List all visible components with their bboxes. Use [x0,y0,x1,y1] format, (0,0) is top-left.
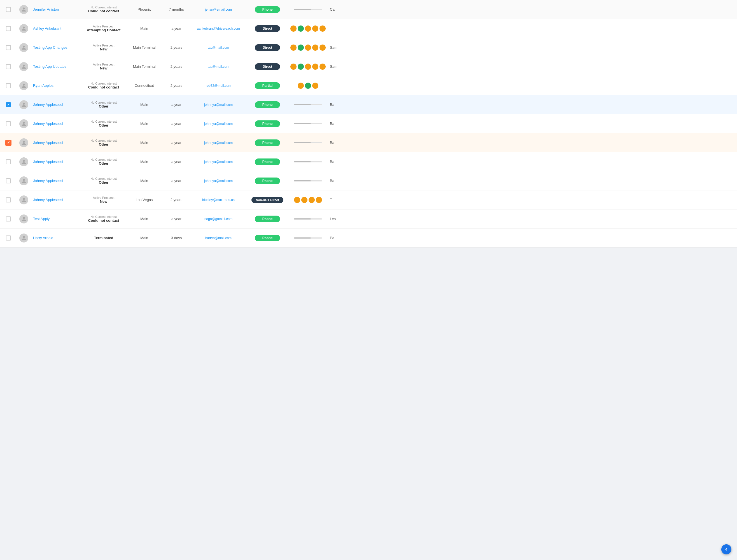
time-value: 2 years [171,64,183,69]
applicant-name[interactable]: Ashley Ankebrant [33,26,61,31]
row-checkbox[interactable] [6,121,11,126]
status-value: New [83,199,124,204]
applicant-name[interactable]: Testing App Changes [33,45,67,50]
applicants-table: Jennifer Aniston No Current Interest Cou… [0,0,737,248]
avatar-cell [17,234,31,242]
table-row[interactable]: Johnny Appleseed No Current Interest Oth… [0,152,737,171]
table-row[interactable]: Johnny Appleseed No Current Interest Oth… [0,95,737,114]
email-link[interactable]: johnnya@mail.com [204,122,233,126]
applicant-name[interactable]: Johnny Appleseed [33,160,63,164]
email-link[interactable]: johnnya@mail.com [204,141,233,145]
activity-dot [305,45,311,51]
activity-dot [290,25,297,32]
time-cell: 2 years [162,45,190,50]
extra-cell: Les [328,217,737,221]
email-link[interactable]: ldudley@maxtrans.us [202,198,235,202]
applicant-name[interactable]: Johnny Appleseed [33,179,63,183]
row-checkbox[interactable] [6,159,11,164]
row-checkbox[interactable] [6,178,11,183]
table-row[interactable]: Johnny Appleseed Active Prospect New Las… [0,190,737,209]
email-link[interactable]: harrya@mail.com [205,236,232,240]
table-row[interactable]: Ryan Apples No Current Interest Could no… [0,76,737,95]
avatar-cell [17,214,31,223]
applicant-name[interactable]: Test Apply [33,217,50,221]
avatar [19,195,28,204]
contact-badge: Phone [255,178,280,184]
extra-cell: Sam [328,45,737,50]
table-row[interactable]: Ashley Ankebrant Active Prospect Attempt… [0,19,737,38]
name-cell: Harry Arnold [31,236,81,240]
avatar [19,138,28,147]
applicant-name[interactable]: Ryan Apples [33,83,53,88]
email-link[interactable]: johnnya@mail.com [204,103,233,107]
table-row[interactable]: Testing App Updates Active Prospect New … [0,57,737,76]
name-cell: Johnny Appleseed [31,102,81,107]
email-link[interactable]: rob72@mail.com [206,84,231,88]
status-label: Active Prospect [83,25,124,28]
row-checkbox[interactable] [6,102,11,107]
time-cell: 2 years [162,198,190,202]
email-link[interactable]: tau@mail.com [208,65,229,69]
row-checkbox[interactable] [6,26,11,31]
checkbox-cell [0,102,17,107]
row-checkbox[interactable] [6,216,11,221]
dots-cell [288,64,328,70]
row-checkbox[interactable] [6,45,11,50]
terminal-value: Main [140,160,148,164]
contact-badge: Direct [255,63,280,70]
email-link[interactable]: jenan@email.com [205,8,232,11]
row-checkbox[interactable] [6,235,11,241]
applicant-name[interactable]: Johnny Appleseed [33,198,63,202]
terminal-cell: Main [126,217,162,221]
status-cell: No Current Interest Other [81,158,126,165]
dots-cell [288,45,328,51]
checkbox-cell [0,64,17,69]
table-row[interactable]: Testing App Changes Active Prospect New … [0,38,737,57]
activity-dot [312,45,318,51]
activity-dot [312,25,318,32]
status-value: Other [83,161,124,165]
activity-dot [312,64,318,70]
email-link[interactable]: johnnya@mail.com [204,179,233,183]
contact-type-cell: Phone [246,158,288,165]
applicant-name[interactable]: Johnny Appleseed [33,102,63,107]
table-row[interactable]: Johnny Appleseed No Current Interest Oth… [0,133,737,152]
activity-dot [319,45,326,51]
extra-value: T [330,198,332,202]
extra-cell: Car [328,7,737,11]
table-row[interactable]: Test Apply No Current Interest Could not… [0,209,737,228]
contact-type-cell: Direct [246,44,288,51]
applicant-name[interactable]: Jennifer Aniston [33,7,59,11]
applicant-name[interactable]: Testing App Updates [33,64,66,69]
table-row[interactable]: Johnny Appleseed No Current Interest Oth… [0,114,737,133]
avatar [19,214,28,223]
time-value: 2 years [171,198,183,202]
name-cell: Johnny Appleseed [31,198,81,202]
applicant-name[interactable]: Johnny Appleseed [33,141,63,145]
activity-dot [298,45,304,51]
row-checkbox[interactable] [6,197,11,202]
email-link[interactable]: tac@mail.com [208,46,229,50]
row-checkbox[interactable] [6,83,11,88]
name-cell: Johnny Appleseed [31,141,81,145]
status-cell: Active Prospect New [81,44,126,51]
applicant-name[interactable]: Harry Arnold [33,236,53,240]
dots-cell [288,180,328,181]
dots-cell [288,25,328,32]
row-checkbox[interactable] [6,64,11,69]
activity-dots [290,25,326,32]
checkbox-cell [0,140,17,146]
row-checkbox[interactable] [5,140,11,146]
table-row[interactable]: Johnny Appleseed No Current Interest Oth… [0,171,737,190]
extra-value: Ba [330,102,334,107]
email-link[interactable]: nogo@gmail1.com [204,217,232,221]
table-row[interactable]: Harry Arnold Terminated Main 3 days harr… [0,228,737,248]
email-link[interactable]: johnnya@mail.com [204,160,233,164]
terminal-value: Main Terminal [133,64,156,69]
row-checkbox[interactable] [6,7,11,12]
progress-bar [294,237,322,239]
terminal-value: Main [140,122,148,126]
table-row[interactable]: Jennifer Aniston No Current Interest Cou… [0,0,737,19]
email-link[interactable]: aankebrant@drivereach.com [197,27,240,31]
applicant-name[interactable]: Johnny Appleseed [33,122,63,126]
